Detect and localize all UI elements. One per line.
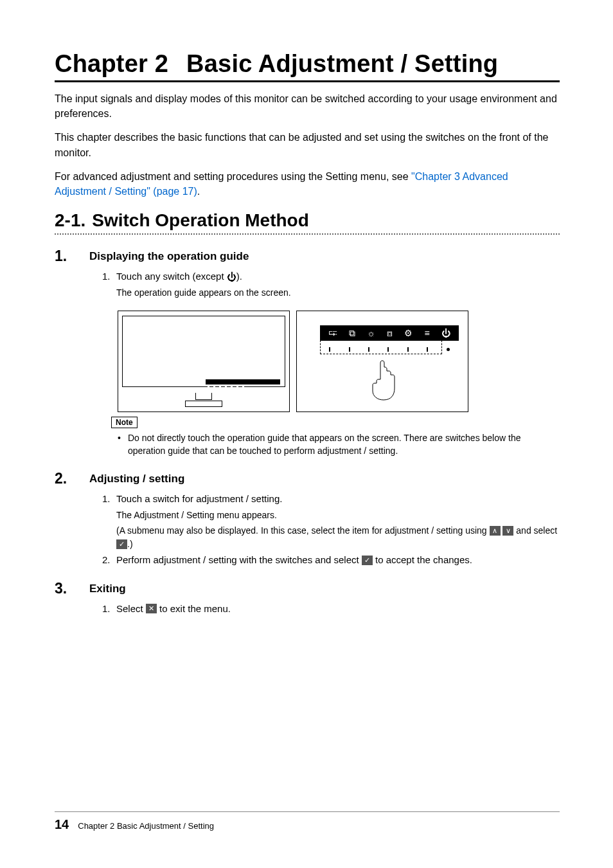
note-text: Do not directly touch the operation guid…: [121, 432, 560, 457]
chapter-title: Chapter 2Basic Adjustment / Setting: [55, 50, 560, 82]
step-2-item-2: Perform adjustment / setting with the sw…: [102, 553, 560, 567]
check-icon: ✓: [116, 539, 127, 549]
guide-glyph-size-icon: ⧈: [387, 329, 393, 338]
guide-glyph-pip-icon: ⧉: [349, 329, 355, 338]
power-icon: ⏻: [227, 271, 236, 282]
hand-pointer-icon: [364, 357, 403, 402]
guide-illustration: ⮓ ⧉ ☼ ⧈ ⚙ ≡ ⏻: [296, 311, 468, 412]
step-2-item-1-sub1: The Adjustment / Setting menu appears.: [116, 509, 560, 521]
step-1-item-1: Touch any switch (except ⏻). The operati…: [102, 269, 560, 299]
note-box: Note Do not directly touch the operation…: [111, 416, 560, 457]
guide-glyph-power-icon: ⏻: [441, 329, 450, 338]
section-title: Switch Operation Method: [92, 210, 309, 230]
step-3-item-1: Select ✕ to exit the menu.: [102, 602, 560, 616]
intro-paragraph-2: This chapter describes the basic functio…: [55, 130, 560, 159]
guide-glyph-input-icon: ⮓: [328, 329, 337, 338]
intro-p3-after: .: [197, 186, 200, 197]
note-label: Note: [111, 417, 138, 428]
intro-p3-before: For advanced adjustment and setting proc…: [55, 171, 411, 182]
guide-glyph-settings-icon: ⚙: [404, 329, 413, 338]
footer-chapter-label: Chapter 2 Basic Adjustment / Setting: [78, 821, 214, 831]
step-number: 3.: [55, 580, 67, 597]
section-number: 2-1.: [55, 210, 85, 231]
step-title: Displaying the operation guide: [89, 250, 249, 262]
guide-glyph-brightness-icon: ☼: [367, 329, 375, 338]
check-icon: ✓: [362, 556, 373, 565]
step-2-item-1: Touch a switch for adjustment / setting.…: [102, 492, 560, 550]
step-3: 3. Exiting Select ✕ to exit the menu.: [55, 583, 560, 616]
down-icon: ∨: [502, 526, 513, 536]
chapter-number: Chapter 2: [55, 50, 168, 78]
section-heading: 2-1.Switch Operation Method: [55, 210, 560, 235]
step-2-item-1-sub2: (A submenu may also be displayed. In thi…: [116, 524, 560, 550]
step-1: 1. Displaying the operation guide Touch …: [55, 250, 560, 457]
step-number: 2.: [55, 470, 67, 487]
switch-markers-icon: [320, 346, 459, 355]
step-1-item-1-sub: The operation guide appears on the scree…: [116, 286, 560, 299]
close-icon: ✕: [146, 604, 157, 613]
step-title: Exiting: [89, 583, 126, 595]
operation-guide-bar-icon: ⮓ ⧉ ☼ ⧈ ⚙ ≡ ⏻: [320, 325, 459, 341]
intro-paragraph-1: The input signals and display modes of t…: [55, 91, 560, 121]
up-icon: ∧: [490, 526, 501, 536]
intro-paragraph-3: For advanced adjustment and setting proc…: [55, 169, 560, 199]
step-title: Adjusting / setting: [89, 473, 184, 485]
guide-glyph-menu-icon: ≡: [425, 329, 430, 338]
chapter-title-text: Basic Adjustment / Setting: [186, 50, 498, 77]
monitor-illustration: [118, 311, 290, 412]
page-footer: 14 Chapter 2 Basic Adjustment / Setting: [55, 811, 560, 832]
page-number: 14: [55, 817, 69, 832]
operation-guide-figure: ⮓ ⧉ ☼ ⧈ ⚙ ≡ ⏻: [118, 311, 560, 412]
monitor-switch-strip-icon: [206, 379, 280, 384]
step-number: 1.: [55, 248, 67, 265]
step-2: 2. Adjusting / setting Touch a switch fo…: [55, 473, 560, 566]
